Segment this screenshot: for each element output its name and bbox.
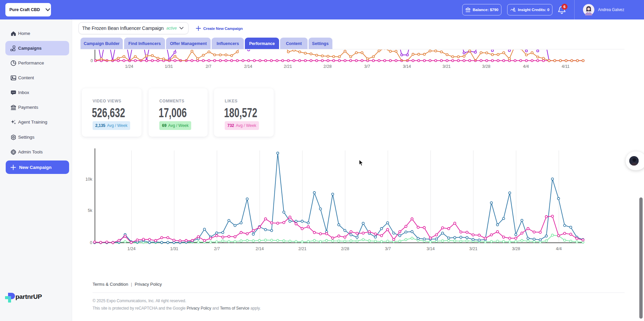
svg-text:3/14: 3/14 <box>403 64 411 69</box>
svg-text:3/7: 3/7 <box>385 246 391 251</box>
svg-text:1/24: 1/24 <box>125 64 133 69</box>
svg-text:4/11: 4/11 <box>562 64 570 69</box>
svg-text:2/7: 2/7 <box>214 246 220 251</box>
svg-text:2/21: 2/21 <box>284 64 292 69</box>
svg-text:10k: 10k <box>86 177 93 182</box>
svg-text:4/4: 4/4 <box>523 64 529 69</box>
svg-text:1/31: 1/31 <box>170 246 178 251</box>
svg-text:0: 0 <box>91 58 93 63</box>
svg-text:3/28: 3/28 <box>482 64 490 69</box>
svg-text:4/4: 4/4 <box>556 246 561 251</box>
svg-text:3/14: 3/14 <box>427 246 435 251</box>
svg-text:1/24: 1/24 <box>127 246 136 251</box>
svg-text:2/7: 2/7 <box>206 64 211 69</box>
svg-text:3/21: 3/21 <box>469 246 477 251</box>
svg-text:1/31: 1/31 <box>165 64 173 69</box>
svg-text:3/7: 3/7 <box>364 64 370 69</box>
svg-text:3/28: 3/28 <box>512 246 520 251</box>
svg-text:2/14: 2/14 <box>256 246 264 251</box>
svg-text:2/14: 2/14 <box>244 64 252 69</box>
svg-text:5k: 5k <box>88 208 93 213</box>
svg-text:2/21: 2/21 <box>298 246 306 251</box>
svg-text:2/28: 2/28 <box>323 64 331 69</box>
svg-text:3/21: 3/21 <box>442 64 450 69</box>
svg-text:0: 0 <box>90 240 92 245</box>
svg-text:2/28: 2/28 <box>341 246 349 251</box>
